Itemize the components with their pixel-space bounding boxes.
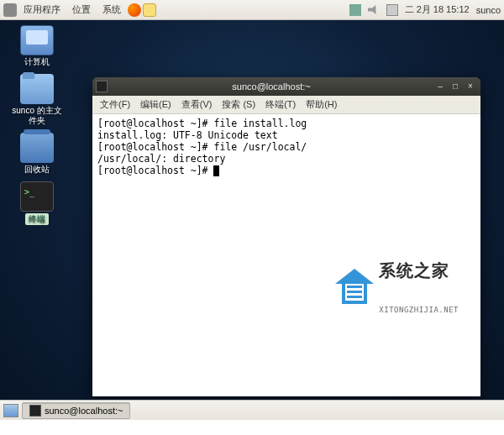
terminal-output[interactable]: [root@localhost ~]# file install.log ins… — [92, 114, 480, 396]
watermark-subtitle: XITONGZHIJIA.NET — [379, 306, 459, 314]
page-margin — [0, 420, 504, 435]
menu-system[interactable]: 系统 — [97, 2, 126, 18]
terminal-line: [root@localhost ~]# — [97, 165, 213, 176]
firefox-launcher-icon[interactable] — [128, 3, 141, 17]
menu-places[interactable]: 位置 — [67, 2, 96, 18]
bottom-panel: sunco@localhost:~ — [0, 400, 504, 420]
trash-icon — [20, 133, 54, 163]
desktop-icon-trash[interactable]: 回收站 — [12, 133, 62, 175]
menu-applications[interactable]: 应用程序 — [18, 2, 66, 18]
watermark: 系统之家 XITONGZHIJIA.NET — [335, 236, 459, 338]
desktop-background: 应用程序 位置 系统 二 2月 18 15:12 sunco 计算机 sunco… — [0, 0, 504, 420]
clock[interactable]: 二 2月 18 15:12 — [405, 3, 470, 16]
terminal-icon — [20, 181, 54, 212]
desktop-icon-computer[interactable]: 计算机 — [12, 25, 62, 67]
terminal-line: [root@localhost ~]# file install.log — [97, 118, 307, 129]
menu-search[interactable]: 搜索 (S) — [218, 97, 260, 113]
battery-icon[interactable] — [386, 4, 398, 16]
minimize-button[interactable]: – — [433, 81, 447, 92]
user-menu[interactable]: sunco — [476, 5, 501, 15]
show-desktop-button[interactable] — [3, 404, 18, 417]
menu-help[interactable]: 帮助(H) — [302, 97, 341, 113]
window-titlebar[interactable]: sunco@localhost:~ – □ × — [92, 77, 480, 96]
maximize-button[interactable]: □ — [449, 81, 462, 92]
desktop-icon-home[interactable]: sunco 的主文件夹 — [12, 74, 62, 126]
terminal-line: [root@localhost ~]# file /usr/local/ — [97, 141, 307, 153]
desktop-icon-label: 回收站 — [12, 165, 62, 175]
terminal-line: install.log: UTF-8 Unicode text — [97, 129, 278, 141]
terminal-line: /usr/local/: directory — [97, 153, 225, 165]
top-panel: 应用程序 位置 系统 二 2月 18 15:12 sunco — [0, 0, 504, 20]
volume-icon[interactable] — [368, 4, 380, 16]
home-folder-icon — [20, 74, 54, 104]
desktop-icons: 计算机 sunco 的主文件夹 回收站 终端 — [12, 25, 62, 225]
menu-terminal[interactable]: 终端(T) — [261, 97, 300, 113]
gnome-foot-icon — [3, 3, 17, 17]
desktop-icon-label: 终端 — [12, 213, 62, 225]
terminal-cursor — [213, 165, 219, 176]
computer-icon — [20, 25, 54, 55]
desktop-icon-terminal[interactable]: 终端 — [12, 181, 62, 225]
desktop-icon-label: 计算机 — [12, 57, 62, 67]
watermark-logo-icon — [335, 269, 374, 306]
menu-view[interactable]: 查看(V) — [177, 97, 217, 113]
notes-launcher-icon[interactable] — [143, 3, 156, 17]
close-button[interactable]: × — [464, 81, 477, 92]
terminal-app-icon — [96, 81, 108, 92]
taskbar-item-terminal[interactable]: sunco@localhost:~ — [22, 402, 130, 419]
watermark-title: 系统之家 — [379, 259, 459, 282]
desktop-icon-label: sunco 的主文件夹 — [12, 106, 62, 126]
taskbar-item-label: sunco@localhost:~ — [45, 406, 123, 416]
terminal-icon — [29, 405, 41, 417]
terminal-menubar: 文件(F) 编辑(E) 查看(V) 搜索 (S) 终端(T) 帮助(H) — [92, 96, 480, 114]
menu-file[interactable]: 文件(F) — [96, 97, 134, 113]
network-icon[interactable] — [349, 4, 361, 16]
terminal-window: sunco@localhost:~ – □ × 文件(F) 编辑(E) 查看(V… — [92, 77, 480, 396]
menu-edit[interactable]: 编辑(E) — [136, 97, 176, 113]
window-title: sunco@localhost:~ — [111, 81, 432, 92]
